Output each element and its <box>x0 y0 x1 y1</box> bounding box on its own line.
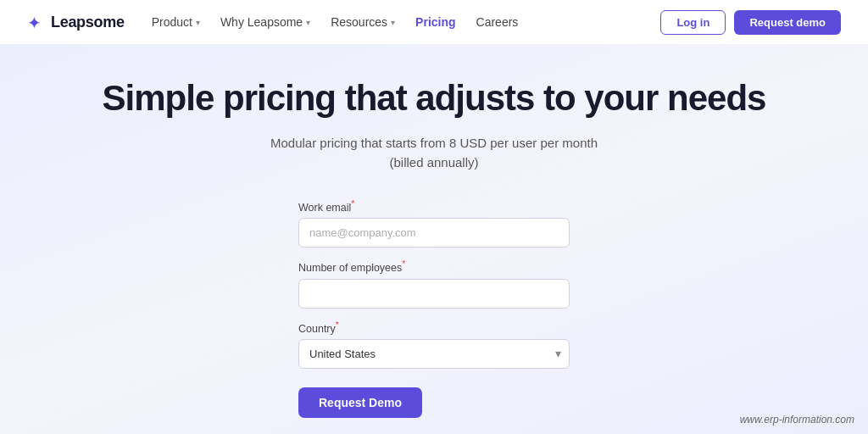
employees-input[interactable] <box>298 279 570 309</box>
hero-section: Simple pricing that adjusts to your need… <box>0 44 868 434</box>
chevron-down-icon: ▾ <box>196 18 200 27</box>
country-field-group: Country* United States United Kingdom Ge… <box>298 320 570 369</box>
logo-text: Leapsome <box>51 14 125 31</box>
watermark: www.erp-information.com <box>740 414 854 426</box>
nav-resources[interactable]: Resources ▾ <box>331 15 395 29</box>
request-demo-button[interactable]: Request Demo <box>298 387 422 418</box>
employees-field-group: Number of employees* <box>298 259 570 308</box>
login-button[interactable]: Log in <box>660 10 726 35</box>
nav-actions: Log in Request demo <box>660 10 841 35</box>
country-select[interactable]: United States United Kingdom Germany Fra… <box>298 339 570 369</box>
nav-why-leapsome[interactable]: Why Leapsome ▾ <box>220 15 310 29</box>
employees-label: Number of employees* <box>298 259 570 274</box>
hero-subtitle: Modular pricing that starts from 8 USD p… <box>27 134 841 172</box>
chevron-down-icon: ▾ <box>306 18 310 27</box>
nav-careers[interactable]: Careers <box>476 15 519 29</box>
page-title: Simple pricing that adjusts to your need… <box>27 78 841 119</box>
nav-pricing[interactable]: Pricing <box>415 15 455 29</box>
email-field-group: Work email* <box>298 199 570 248</box>
request-demo-nav-button[interactable]: Request demo <box>734 10 841 35</box>
country-select-wrapper: United States United Kingdom Germany Fra… <box>298 339 570 369</box>
email-input[interactable] <box>298 218 570 248</box>
chevron-down-icon: ▾ <box>391 18 395 27</box>
navbar: ✦ Leapsome Product ▾ Why Leapsome ▾ Reso… <box>0 0 868 44</box>
logo[interactable]: ✦ Leapsome <box>27 13 125 31</box>
logo-icon: ✦ <box>27 13 46 31</box>
nav-links: Product ▾ Why Leapsome ▾ Resources ▾ Pri… <box>152 15 661 29</box>
country-label: Country* <box>298 320 570 335</box>
nav-product[interactable]: Product ▾ <box>152 15 200 29</box>
email-label: Work email* <box>298 199 570 214</box>
pricing-form: Work email* Number of employees* Country… <box>298 199 570 417</box>
